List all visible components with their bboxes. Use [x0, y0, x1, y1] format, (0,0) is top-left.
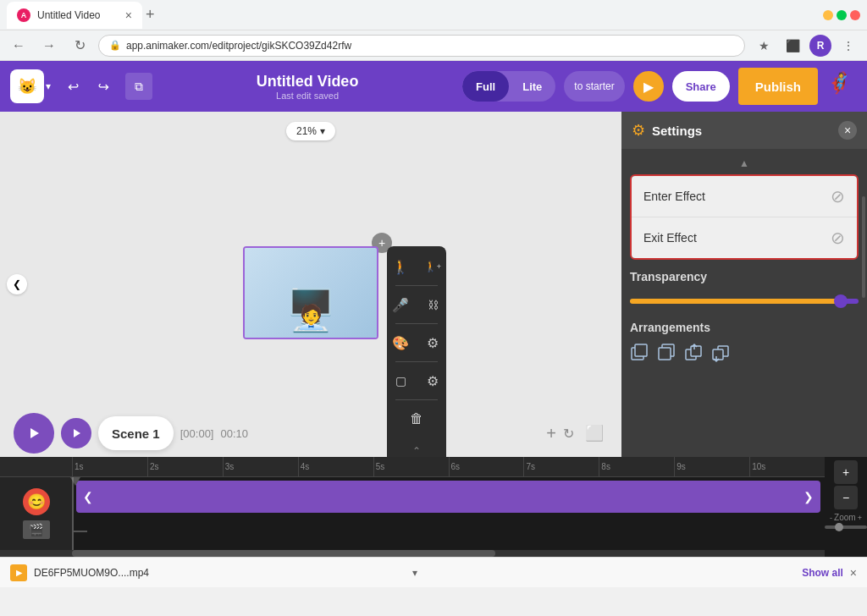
ruler-mark: 4s: [298, 457, 373, 477]
zoom-slider[interactable]: [825, 525, 867, 529]
zoom-text: Zoom: [834, 513, 856, 522]
ruler-mark: 10s: [749, 457, 825, 477]
profile-avatar[interactable]: R: [809, 35, 831, 57]
scene-play-small-button[interactable]: [61, 418, 91, 448]
canvas-nav-left-button[interactable]: ❮: [7, 274, 27, 294]
exit-effect-label: Exit Effect: [643, 231, 697, 245]
timeline-toggle-button[interactable]: ⬜: [581, 420, 608, 447]
tab-close-button[interactable]: ×: [125, 8, 132, 22]
preview-play-button[interactable]: ▶: [633, 71, 664, 102]
enter-effect-label: Enter Effect: [643, 190, 705, 203]
canvas-area: 21% ▾ ❮ + 🖥️ 🧑‍💼 🚶 🚶+: [0, 112, 621, 457]
scene-duration: 00:10: [220, 427, 248, 440]
ruler-mark: 3s: [223, 457, 298, 477]
app-header: 😺 ▾ ↩ ↩ ⧉ Untitled Video Last edit saved…: [0, 61, 867, 112]
mode-full-button[interactable]: Full: [462, 71, 509, 102]
arrangement-backward-button[interactable]: [711, 343, 732, 363]
ruler-mark: 6s: [449, 457, 524, 477]
arrangement-front-button[interactable]: [630, 343, 650, 363]
new-tab-button[interactable]: +: [142, 3, 158, 27]
track-clip-1[interactable]: ❮ ❯: [76, 481, 820, 513]
save-status: Last edit saved: [276, 91, 339, 101]
add-character-button[interactable]: 🚶+: [417, 251, 448, 282]
scene-controls-row: Scene 1 [00:00] 00:10 + ↻ ⬜: [0, 410, 621, 457]
browser-toolbar-icons: ★ ⬛ R ⋮: [752, 34, 860, 58]
transparency-slider-container: [630, 292, 859, 307]
walk-animation-button[interactable]: 🚶: [385, 251, 416, 282]
crop-button[interactable]: ▢: [385, 366, 416, 396]
browser-toolbar: ← → ↻ 🔒 app.animaker.com/editproject/gik…: [0, 30, 867, 61]
refresh-button[interactable]: ↻: [68, 34, 91, 58]
undo-redo-controls: ↩ ↩: [59, 73, 117, 100]
timeline-scroll-thumb[interactable]: [72, 550, 495, 557]
share-button[interactable]: Share: [672, 71, 730, 102]
settings-panel: ⚙ Settings × ▲ Enter Effect ⊘ Exit Effec…: [621, 112, 867, 457]
mode-lite-button[interactable]: Lite: [509, 71, 555, 102]
active-tab[interactable]: A Untitled Video ×: [7, 2, 142, 29]
playhead-line: [72, 477, 74, 550]
scene-refresh-button[interactable]: ↻: [563, 426, 574, 442]
timeline-left-panel: 😊 🎬: [0, 477, 72, 550]
color-button[interactable]: 🎨: [385, 327, 416, 358]
timeline-ruler: 1s 2s 3s 4s 5s 6s 7s 8s 9s 10s: [0, 457, 825, 477]
effects-section: Enter Effect ⊘ Exit Effect ⊘: [630, 174, 859, 260]
clip-left-handle[interactable]: ❮: [83, 490, 93, 503]
scene-thumbnail: 🖥️ 🧑‍💼: [243, 246, 378, 339]
zoom-slider-container: [821, 525, 867, 529]
clip-right-handle[interactable]: ❯: [803, 490, 814, 503]
zoom-indicator[interactable]: 21% ▾: [286, 122, 335, 140]
bookmark-button[interactable]: ★: [752, 34, 776, 58]
properties-button[interactable]: ⚙: [417, 366, 448, 396]
scene-play-button[interactable]: [14, 413, 54, 454]
show-all-button[interactable]: Show all: [802, 567, 843, 579]
arrangement-icons-row: [630, 343, 859, 363]
character-overlay: 🧑‍💼: [296, 303, 326, 331]
close-window-button[interactable]: [850, 10, 860, 20]
zoom-dash: -: [830, 514, 832, 522]
address-bar[interactable]: 🔒 app.animaker.com/editproject/gikSKCO39…: [98, 35, 745, 57]
connect-button[interactable]: ⛓: [417, 289, 448, 320]
arrangement-back-button[interactable]: [657, 343, 677, 363]
upgrade-button[interactable]: to starter: [564, 71, 624, 102]
ruler-mark: 1s: [72, 457, 147, 477]
settings-close-button[interactable]: ×: [838, 121, 857, 140]
menu-button[interactable]: ⋮: [837, 34, 860, 58]
logo-dropdown-button[interactable]: ▾: [46, 80, 51, 92]
back-button[interactable]: ←: [7, 34, 30, 58]
minimize-button[interactable]: [823, 10, 833, 20]
timeline-media-thumb: 🎬: [23, 520, 50, 539]
timeline-add-button[interactable]: +: [834, 460, 858, 484]
forward-button[interactable]: →: [37, 34, 61, 58]
tab-title: Untitled Video: [37, 9, 101, 21]
undo-button[interactable]: ↩: [59, 73, 86, 100]
extensions-button[interactable]: ⬛: [781, 34, 804, 58]
mic-button[interactable]: 🎤: [385, 289, 416, 320]
ruler-mark: 8s: [599, 457, 674, 477]
enter-effect-item[interactable]: Enter Effect ⊘: [632, 176, 857, 217]
bottom-bar: ▶ DE6FP5MUOM9O....mp4 ▾ Show all ×: [0, 557, 867, 587]
app-logo[interactable]: 😺: [10, 69, 44, 103]
ruler-marks: 1s 2s 3s 4s 5s 6s 7s 8s 9s 10s: [72, 457, 825, 477]
maximize-button[interactable]: [837, 10, 847, 20]
browser-tab-bar: A Untitled Video × +: [0, 0, 867, 30]
scene-add-button[interactable]: +: [546, 424, 556, 443]
copy-button[interactable]: ⧉: [125, 73, 152, 100]
publish-button[interactable]: Publish: [738, 68, 818, 105]
timeline-scrollbar[interactable]: [0, 550, 825, 557]
zoom-dropdown-icon: ▾: [320, 125, 325, 137]
bottom-close-button[interactable]: ×: [850, 566, 857, 580]
ruler-mark: 5s: [373, 457, 449, 477]
exit-effect-item[interactable]: Exit Effect ⊘: [632, 217, 857, 258]
svg-marker-1: [74, 429, 80, 437]
scene-timestamp: [00:00]: [180, 427, 214, 440]
tab-list: A Untitled Video × +: [7, 0, 158, 30]
transparency-slider[interactable]: [630, 299, 859, 304]
character-icon: 🦸: [826, 71, 857, 102]
settings-cycle-button[interactable]: ⚙: [417, 327, 448, 358]
timeline-remove-button[interactable]: −: [834, 486, 858, 509]
settings-panel-title: Settings: [652, 124, 831, 138]
zoom-plus-icon: +: [858, 514, 862, 522]
arrangement-forward-button[interactable]: [684, 343, 704, 363]
file-dropdown-icon[interactable]: ▾: [412, 567, 417, 579]
redo-button[interactable]: ↩: [90, 73, 117, 100]
